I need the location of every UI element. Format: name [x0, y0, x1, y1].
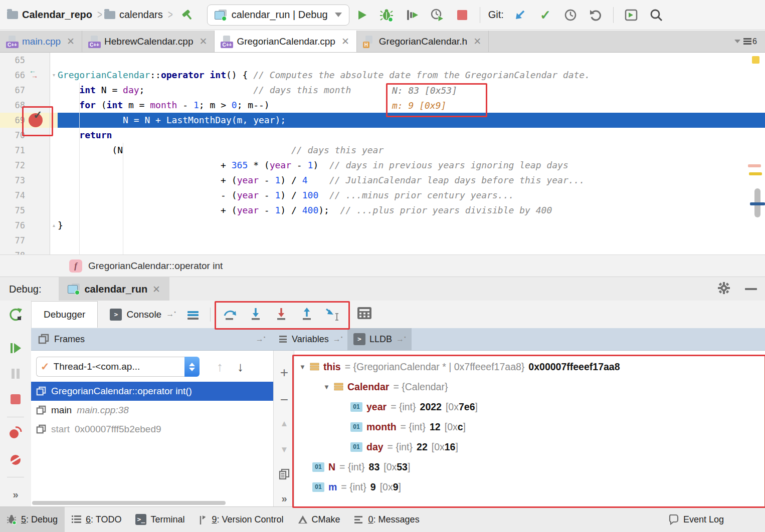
gutter[interactable]: 75 [0, 203, 50, 218]
frame-row[interactable]: GregorianCalendar::operator int() [31, 382, 273, 401]
thread-spinner[interactable] [184, 357, 200, 377]
statusbar-item[interactable]: 9: Version Control [192, 507, 290, 532]
view-breakpoints-button[interactable] [0, 426, 31, 440]
fold-marker[interactable]: ▾ [50, 68, 58, 83]
code-text[interactable]: + (year - 1) / 4 // JulianCalendar leap … [58, 173, 765, 188]
gutter[interactable]: 68 [0, 98, 50, 113]
mute-breakpoints-button[interactable] [0, 453, 31, 467]
close-icon[interactable]: ✕ [473, 36, 481, 47]
function-breadcrumb[interactable]: GregorianCalendar::operator int [88, 260, 223, 272]
debug-button[interactable] [379, 8, 395, 23]
commit-icon[interactable]: ✓ [538, 8, 553, 23]
breakpoint-icon[interactable]: ✓ [29, 113, 44, 128]
close-icon[interactable]: ✕ [341, 36, 349, 47]
debug-session-tab[interactable]: calendar_run ✕ [59, 277, 170, 301]
close-icon[interactable]: ✕ [199, 36, 207, 47]
gutter[interactable]: 76 [0, 218, 50, 233]
step-over-button[interactable] [223, 307, 238, 322]
stop-button[interactable] [455, 8, 470, 23]
pin-icon[interactable]: →▪ [333, 335, 342, 344]
add-watch-button[interactable]: + [274, 365, 295, 381]
variable-row[interactable]: 01month= {int}12[0xc] [294, 417, 765, 437]
close-icon[interactable]: ✕ [67, 36, 75, 47]
code-text[interactable]: GregorianCalendar::operator int() { // C… [58, 68, 765, 83]
variable-row[interactable]: 01N= {int}83[0x53] [294, 457, 765, 477]
variable-row[interactable]: ▼this= {GregorianCalendar * | 0x7ffeeef1… [294, 357, 765, 377]
editor-tab[interactable]: C++main.cpp✕ [0, 31, 82, 52]
run-to-cursor-button[interactable] [325, 307, 340, 322]
gutter[interactable]: 69✓ [0, 113, 50, 128]
breadcrumb-project[interactable]: Calendar_repo [22, 9, 92, 21]
gutter[interactable]: 72 [0, 158, 50, 173]
code-text[interactable]: } [58, 218, 765, 233]
next-frame-icon[interactable]: ↓ [237, 359, 244, 375]
code-text[interactable]: return [58, 128, 765, 143]
inspection-status-square[interactable] [752, 56, 759, 64]
expander-icon[interactable]: ▼ [323, 383, 330, 391]
gutter[interactable]: 73 [0, 173, 50, 188]
previous-frame-icon[interactable]: ↑ [217, 359, 223, 375]
tab-console[interactable]: > Console →▪ [98, 301, 187, 328]
frames-scrollbar[interactable] [32, 501, 226, 505]
code-editor[interactable]: 6566←→▾GregorianCalendar::operator int()… [0, 53, 765, 254]
variable-row[interactable]: 01m= {int}9[0x9] [294, 477, 765, 497]
settings-gear-icon[interactable] [717, 281, 731, 297]
code-text[interactable] [58, 233, 765, 248]
duplicate-icon[interactable] [274, 469, 295, 480]
move-down-icon[interactable]: ▼ [274, 445, 295, 455]
gutter[interactable]: 77 [0, 233, 50, 248]
statusbar-item[interactable]: 5: Debug [0, 507, 65, 532]
variable-row[interactable]: ▼Calendar= {Calendar} [294, 377, 765, 397]
pause-button[interactable] [0, 368, 31, 380]
statusbar-item[interactable]: Event Log [661, 507, 731, 532]
gutter[interactable]: 71 [0, 143, 50, 158]
run-configuration-select[interactable]: calendar_run | Debug [207, 5, 349, 26]
code-text[interactable]: - (year - 1) / 100 // ...minus prior cen… [58, 188, 765, 203]
more-actions-button[interactable]: » [274, 493, 295, 504]
tab-dropdown-icon[interactable] [734, 40, 740, 43]
gutter[interactable]: 66←→ [0, 68, 50, 83]
remove-watch-button[interactable]: − [274, 392, 295, 408]
move-up-icon[interactable]: ▲ [274, 419, 295, 429]
more-actions-button[interactable]: » [0, 489, 31, 500]
navigate-arrows-icon[interactable]: ←→ [29, 68, 44, 83]
gutter[interactable]: 74 [0, 188, 50, 203]
step-out-button[interactable] [299, 307, 314, 322]
update-project-icon[interactable] [513, 8, 528, 23]
attach-to-process-icon[interactable] [405, 8, 420, 23]
force-step-into-button[interactable] [274, 307, 289, 322]
rerun-button[interactable] [0, 307, 31, 323]
run-button[interactable] [354, 8, 369, 23]
expander-icon[interactable]: ▼ [299, 363, 306, 371]
close-icon[interactable]: ✕ [152, 284, 160, 295]
statusbar-item[interactable]: 0: Messages [347, 507, 427, 532]
pin-icon[interactable]: →▪ [256, 335, 265, 344]
code-text[interactable] [58, 53, 765, 68]
editor-tab[interactable]: C++GregorianCalendar.cpp✕ [215, 31, 356, 52]
code-text[interactable]: (N // days this year [58, 143, 765, 158]
run-anything-icon[interactable] [624, 8, 639, 23]
gutter[interactable]: 67 [0, 83, 50, 98]
run-with-profiler-icon[interactable] [430, 8, 445, 23]
history-icon[interactable] [563, 8, 578, 23]
code-text[interactable] [58, 248, 765, 254]
code-text[interactable]: N = N + LastMonthDay(m, year); [58, 113, 765, 128]
frame-row[interactable]: mainmain.cpp:38 [31, 401, 273, 420]
thread-selector[interactable]: ✓ Thread-1-<com.ap... [36, 357, 184, 377]
hidden-tabs-button[interactable]: 6 [743, 37, 757, 46]
statusbar-item[interactable]: CMake [291, 507, 347, 532]
hide-toolwindow-icon[interactable] [745, 288, 757, 290]
evaluate-expression-icon[interactable] [357, 307, 372, 322]
variable-row[interactable]: 01day= {int}22[0x16] [294, 437, 765, 457]
tab-debugger[interactable]: Debugger [31, 301, 98, 328]
statusbar-item[interactable]: >_Terminal [128, 507, 192, 532]
variable-row[interactable]: 01year= {int}2022[0x7e6] [294, 397, 765, 417]
gutter[interactable]: 78 [0, 248, 50, 254]
stop-button-debug[interactable] [0, 394, 31, 405]
statusbar-item[interactable]: 6: TODO [65, 507, 128, 532]
tab-lldb[interactable]: > LLDB →▪ [347, 328, 412, 351]
build-hammer-icon[interactable] [180, 8, 195, 23]
resume-button[interactable] [0, 342, 31, 355]
editor-tab[interactable]: HGregorianCalendar.h✕ [357, 31, 489, 52]
step-into-button[interactable] [248, 307, 263, 322]
